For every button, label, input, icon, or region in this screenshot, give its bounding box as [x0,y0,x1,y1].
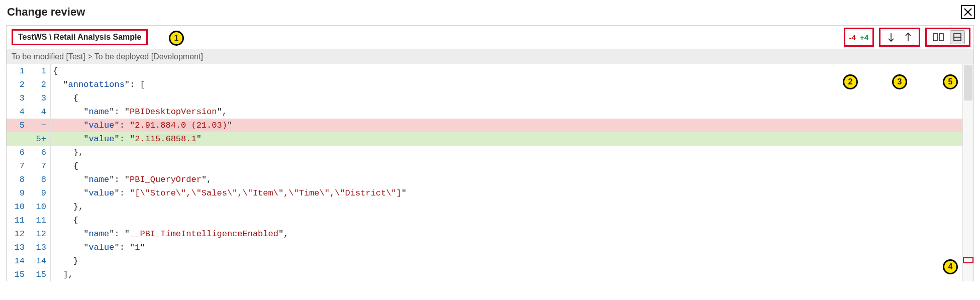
gutter-left: 13 [7,241,30,254]
code-body[interactable]: 11{22 "annotations": [33 {44 "name": "PB… [7,64,962,281]
gutter-left: 2 [7,78,30,91]
gutter-left: 14 [7,254,30,268]
next-diff-button[interactable] [885,31,898,44]
page-title: Change review [7,6,85,19]
gutter-left [7,132,30,146]
gutter-right: 10 [30,200,51,214]
callout-1: 1 [169,31,184,46]
gutter-left: 12 [7,227,30,241]
code-line[interactable]: 22 "annotations": [ [7,78,962,91]
gutter-right: 2 [30,78,51,91]
gutter-left: 10 [7,200,30,214]
inline-view-button[interactable] [950,30,965,44]
minimap[interactable] [962,64,973,281]
code-line[interactable]: 88 "name": "PBI_QueryOrder", [7,173,962,186]
gutter-right: 5+ [30,132,51,146]
callout-4: 4 [943,259,958,274]
code-text: }, [51,146,962,159]
code-line[interactable]: 11{ [7,64,962,78]
code-text: "value": "2.91.884.0 (21.03)" [51,119,962,132]
code-text: }, [51,200,962,214]
gutter-left: 15 [7,268,30,281]
gutter-right: 3 [30,91,51,105]
gutter-right: 14 [30,254,51,268]
diff-nav-group [879,28,920,47]
code-text: { [51,91,962,105]
code-line[interactable]: 1010 }, [7,200,962,214]
gutter-right: 7 [30,159,51,173]
diff-description: To be modified [Test] > To be deployed [… [6,49,974,64]
code-text: } [51,254,962,268]
gutter-left: 4 [7,105,30,119]
view-mode-group [925,28,970,47]
code-line[interactable]: 1414 } [7,254,962,268]
removed-count: -4 [849,33,856,42]
code-text: "name": "PBIDesktopVersion", [51,105,962,119]
callout-2: 2 [843,74,858,89]
code-text: "value": "1" [51,241,962,254]
prev-diff-button[interactable] [902,31,915,44]
code-text: "annotations": [ [51,78,962,91]
svg-rect-1 [939,34,943,41]
close-icon [963,8,972,17]
code-text: "value": "2.115.6858.1" [51,132,962,146]
code-text: { [51,64,962,78]
inline-view-icon [953,33,962,42]
code-line[interactable]: 33 { [7,91,962,105]
minimap-change-marker[interactable] [963,257,973,263]
gutter-right: 4 [30,105,51,119]
arrow-up-icon [904,32,912,42]
callout-5: 5 [943,74,958,89]
gutter-right: 6 [30,146,51,159]
gutter-left: 7 [7,159,30,173]
gutter-right: 11 [30,214,51,227]
code-line[interactable]: 1212 "name": "__PBI_TimeIntelligenceEnab… [7,227,962,241]
side-by-side-icon [933,33,944,42]
gutter-left: 11 [7,214,30,227]
gutter-right: − [30,119,51,132]
added-count: +4 [860,33,868,42]
gutter-right: 8 [30,173,51,186]
code-line[interactable]: 66 }, [7,146,962,159]
gutter-left: 1 [7,64,30,78]
side-by-side-view-button[interactable] [931,30,946,44]
code-text: "name": "PBI_QueryOrder", [51,173,962,186]
gutter-left: 5 [7,119,30,132]
svg-rect-0 [933,34,937,41]
code-text: { [51,159,962,173]
code-line[interactable]: 77 { [7,159,962,173]
code-line[interactable]: 44 "name": "PBIDesktopVersion", [7,105,962,119]
code-line[interactable]: 99 "value": "[\"Store\",\"Sales\",\"Item… [7,186,962,200]
gutter-left: 3 [7,91,30,105]
code-line[interactable]: 5− "value": "2.91.884.0 (21.03)" [7,119,962,132]
code-line[interactable]: 1111 { [7,214,962,227]
gutter-left: 6 [7,146,30,159]
gutter-left: 9 [7,186,30,200]
diff-viewer: 11{22 "annotations": [33 {44 "name": "PB… [6,64,974,281]
gutter-right: 12 [30,227,51,241]
gutter-right: 15 [30,268,51,281]
code-line[interactable]: 1515 ], [7,268,962,281]
code-line[interactable]: 5+ "value": "2.115.6858.1" [7,132,962,146]
gutter-right: 13 [30,241,51,254]
close-button[interactable] [961,5,975,19]
gutter-right: 9 [30,186,51,200]
change-counts: -4 +4 [844,28,874,47]
minimap-thumb[interactable] [964,65,972,101]
code-text: "name": "__PBI_TimeIntelligenceEnabled", [51,227,962,241]
code-text: { [51,214,962,227]
code-line[interactable]: 1313 "value": "1" [7,241,962,254]
arrow-down-icon [887,32,895,42]
toolbar: TestWS \ Retail Analysis Sample -4 +4 [6,25,974,49]
gutter-left: 8 [7,173,30,186]
code-text: "value": "[\"Store\",\"Sales\",\"Item\",… [51,186,962,200]
gutter-right: 1 [30,64,51,78]
code-text: ], [51,268,962,281]
callout-3: 3 [892,74,907,89]
breadcrumb: TestWS \ Retail Analysis Sample [12,29,148,45]
